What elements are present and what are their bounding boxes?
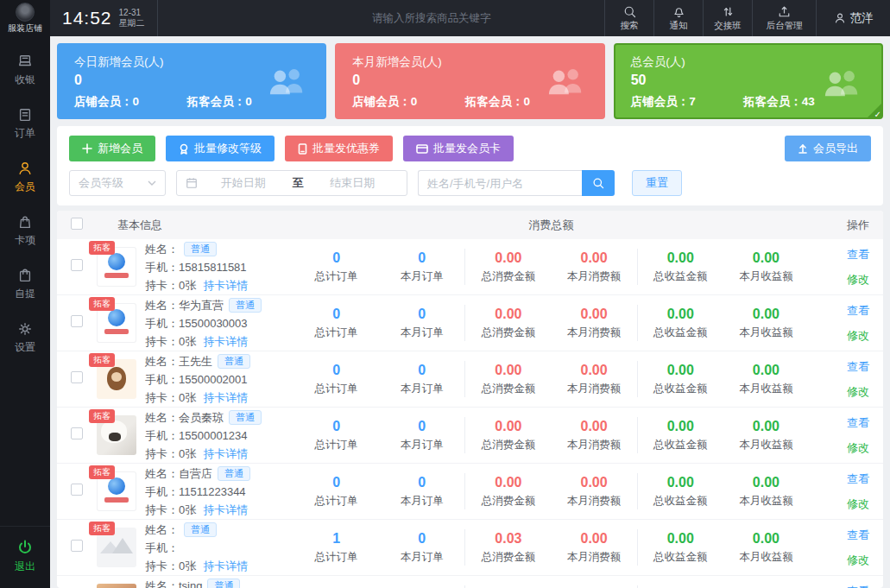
row-checkbox[interactable]: [71, 427, 83, 439]
table-body: 拓客 姓名： 普通 手机： 15815811581 持卡： 0张 持卡详情 0总…: [57, 239, 883, 588]
edit-link[interactable]: 修改: [847, 384, 869, 400]
keyword-search-button[interactable]: [582, 170, 615, 196]
topbar-search-button[interactable]: 搜索: [604, 0, 653, 36]
referral-members-label: 拓客会员：: [187, 95, 246, 108]
sidebar-item-orders[interactable]: 订单: [0, 107, 50, 141]
topbar-search-label: 搜索: [621, 20, 639, 32]
member-table: 基本信息 消费总额 操作 拓客 姓名： 普通 手机： 15815811581 持…: [57, 211, 883, 588]
sidebar-item-label: 订单: [15, 126, 35, 141]
cashier-icon: [17, 54, 33, 69]
batch-level-button[interactable]: 批量修改等级: [166, 136, 275, 161]
stat-cards: 今日新增会员(人) 0 店铺会员：0 拓客会员：0 本月新增会员(人) 0 店铺…: [57, 43, 883, 119]
member-avatar-wrap: 拓客: [97, 415, 145, 455]
reset-button[interactable]: 重置: [632, 170, 682, 196]
level-badge-icon: [179, 143, 189, 155]
total-profit-value: 0.00: [638, 475, 723, 490]
member-info: 姓名： 王先生 普通 手机： 15500002001 持卡： 0张 持卡详情: [145, 352, 294, 407]
batch-coupon-button[interactable]: 批量发优惠券: [285, 136, 393, 161]
sidebar-item-cards[interactable]: 卡项: [0, 214, 50, 248]
referral-tag-badge: 拓客: [89, 241, 115, 255]
phone-label: 手机：: [145, 370, 179, 389]
member-stats: 1总计订单 0本月订单 0.03总消费金额 0.00本月消费额 0.00总收益金…: [294, 529, 809, 566]
clock-weekday: 星期二: [119, 18, 145, 28]
sidebar-item-label: 自提: [15, 287, 35, 301]
row-checkbox[interactable]: [71, 259, 83, 271]
product-search-input[interactable]: [372, 7, 592, 29]
stat-card-month[interactable]: 本月新增会员(人) 0 店铺会员：0 拓客会员：0: [335, 43, 604, 119]
topbar-notify-button[interactable]: 通知: [653, 0, 703, 36]
level-badge: 普通: [207, 579, 240, 588]
month-orders-label: 本月订单: [379, 326, 464, 340]
member-export-button[interactable]: 会员导出: [785, 136, 871, 161]
member-level-select[interactable]: 会员等级: [69, 170, 166, 196]
sidebar-logout-button[interactable]: 退出: [0, 526, 50, 588]
row-checkbox[interactable]: [71, 484, 83, 496]
sidebar-item-settings[interactable]: 设置: [0, 321, 50, 355]
total-consume-label: 总消费金额: [465, 269, 551, 284]
name-label: 姓名：: [145, 296, 179, 314]
view-link[interactable]: 查看: [847, 528, 869, 543]
topbar-user-button[interactable]: 范洋: [816, 0, 890, 36]
level-badge: 普通: [229, 410, 262, 425]
member-avatar: [97, 584, 136, 588]
month-orders-value: 0: [379, 475, 464, 490]
topbar-admin-button[interactable]: 后台管理: [752, 0, 816, 36]
card-detail-link[interactable]: 持卡详情: [203, 501, 248, 519]
edit-link[interactable]: 修改: [847, 496, 869, 512]
select-all-checkbox[interactable]: [71, 218, 83, 230]
shop-logo-block[interactable]: 服装店铺: [0, 0, 50, 36]
stat-card-today[interactable]: 今日新增会员(人) 0 店铺会员：0 拓客会员：0: [57, 43, 326, 119]
row-checkbox[interactable]: [71, 371, 83, 383]
view-link[interactable]: 查看: [847, 584, 869, 588]
row-checkbox[interactable]: [71, 540, 83, 552]
member-name: tsing: [179, 577, 202, 588]
topbar-shift-label: 交接班: [714, 20, 742, 32]
sidebar-item-cashier[interactable]: 收银: [0, 54, 50, 87]
edit-link[interactable]: 修改: [847, 328, 869, 344]
card-detail-link[interactable]: 持卡详情: [203, 332, 248, 351]
month-consume-value: 0.00: [552, 531, 637, 547]
month-consume-value: 0.00: [552, 475, 637, 490]
member-phone: 15500030003: [179, 314, 248, 332]
total-consume-value: 0.00: [465, 250, 551, 266]
stat-card-total[interactable]: 总会员(人) 50 店铺会员：7 拓客会员：43: [614, 43, 883, 119]
view-link[interactable]: 查看: [847, 415, 869, 431]
total-orders-value: 1: [294, 531, 379, 547]
card-detail-link[interactable]: 持卡详情: [203, 445, 248, 463]
topbar-notify-label: 通知: [670, 20, 688, 32]
selected-check-icon: [866, 102, 883, 119]
edit-link[interactable]: 修改: [847, 440, 869, 456]
sidebar-item-members[interactable]: 会员: [0, 161, 50, 194]
total-profit-label: 总收益金额: [638, 550, 723, 565]
row-checkbox[interactable]: [71, 315, 83, 327]
member-info: 姓名： 普通 手机： 持卡： 0张 持卡详情: [145, 521, 294, 575]
card-detail-link[interactable]: 持卡详情: [203, 557, 248, 575]
keyword-input[interactable]: [418, 170, 582, 196]
edit-link[interactable]: 修改: [847, 272, 869, 288]
view-link[interactable]: 查看: [847, 247, 869, 262]
view-link[interactable]: 查看: [847, 303, 869, 319]
topbar-shift-button[interactable]: 交接班: [703, 0, 752, 36]
total-consume-value: 0.00: [465, 475, 551, 490]
card-detail-link[interactable]: 持卡详情: [203, 389, 248, 407]
date-range-picker[interactable]: 开始日期 至 结束日期: [176, 170, 407, 196]
level-select-placeholder: 会员等级: [79, 175, 123, 191]
sidebar-item-pickup[interactable]: 自提: [0, 268, 50, 301]
total-consume-value: 0.00: [465, 363, 551, 378]
total-profit-value: 0.00: [638, 531, 723, 547]
view-link[interactable]: 查看: [847, 471, 869, 487]
card-detail-link[interactable]: 持卡详情: [203, 276, 248, 294]
view-link[interactable]: 查看: [847, 359, 869, 375]
total-profit-label: 总收益金额: [638, 269, 723, 284]
total-orders-label: 总计订单: [294, 494, 379, 509]
name-label: 姓名：: [145, 465, 179, 483]
level-badge: 普通: [218, 354, 250, 369]
edit-link[interactable]: 修改: [847, 553, 869, 568]
table-row: 拓客 姓名： 普通 手机： 15815811581 持卡： 0张 持卡详情 0总…: [57, 239, 883, 295]
phone-label: 手机：: [145, 539, 179, 557]
table-header: 基本信息 消费总额 操作: [57, 211, 883, 239]
cards-count: 0张: [179, 501, 196, 519]
cards-label: 持卡：: [145, 557, 179, 575]
batch-card-button[interactable]: 批量发会员卡: [403, 136, 514, 161]
add-member-button[interactable]: 新增会员: [69, 136, 155, 161]
